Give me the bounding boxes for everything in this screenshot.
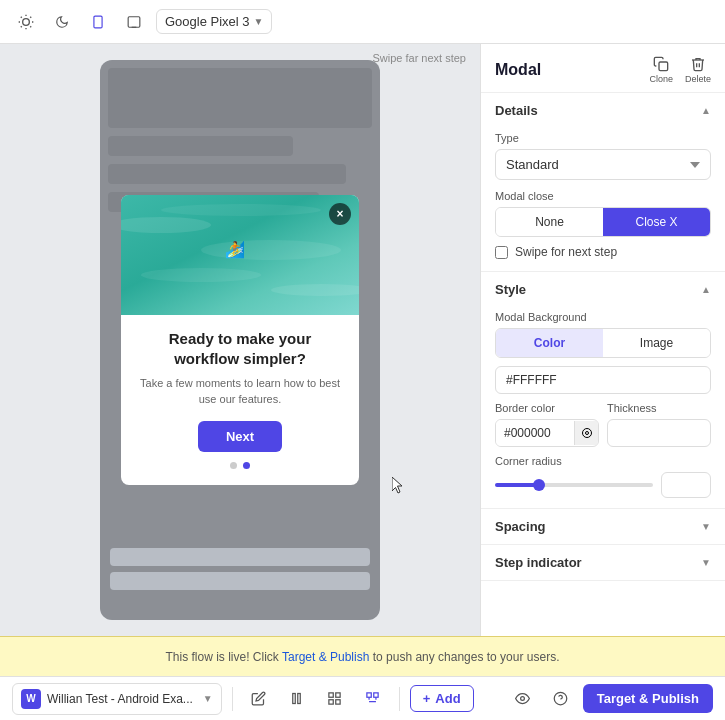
border-color-label: Border color [495, 402, 599, 414]
spacing-section[interactable]: Spacing ▼ [481, 509, 725, 545]
svg-line-8 [30, 16, 31, 17]
border-thickness-row: Border color Thickness 0 [495, 402, 711, 447]
clone-label: Clone [649, 74, 673, 84]
surfer-figure: 🏄 [225, 240, 245, 259]
separator-2 [399, 687, 400, 711]
details-chevron-icon: ▲ [701, 105, 711, 116]
delete-action[interactable]: Delete [685, 56, 711, 84]
corner-radius-row: Corner radius 8 [495, 455, 711, 498]
modal-next-button[interactable]: Next [198, 421, 282, 452]
svg-rect-26 [329, 700, 333, 704]
main-area: Swipe far next step [0, 44, 725, 636]
details-section-body: Type Standard Fullscreen Sidebar Modal c… [481, 128, 725, 271]
color-picker-icon[interactable] [574, 421, 598, 445]
dot-1 [230, 462, 237, 469]
border-color-col: Border color [495, 402, 599, 447]
preview-icon-btn[interactable] [507, 683, 539, 715]
device-selector[interactable]: Google Pixel 3 ▼ [156, 9, 272, 34]
bottom-notification-bar: This flow is live! Click Target & Publis… [0, 636, 725, 676]
svg-rect-22 [293, 694, 296, 704]
svg-rect-25 [336, 693, 340, 697]
bg-label: Modal Background [495, 311, 711, 323]
bg-block-6 [110, 572, 370, 590]
workspace-chevron-icon: ▼ [203, 693, 213, 704]
flow-icon-btn[interactable] [357, 683, 389, 715]
svg-line-7 [21, 26, 22, 27]
modal-description: Take a few moments to learn how to best … [137, 376, 343, 407]
slider-thumb [533, 479, 545, 491]
panel-header: Modal Clone Delete [481, 44, 725, 93]
swipe-checkbox[interactable] [495, 246, 508, 259]
svg-rect-24 [329, 693, 333, 697]
thickness-label: Thickness [607, 402, 711, 414]
style-section-header[interactable]: Style ▲ [481, 272, 725, 307]
delete-icon [690, 56, 706, 72]
sun-icon-btn[interactable] [12, 8, 40, 36]
details-section-header[interactable]: Details ▲ [481, 93, 725, 128]
svg-rect-19 [659, 62, 668, 71]
corner-radius-input[interactable]: 8 [661, 472, 711, 498]
radius-slider-row: 8 [495, 472, 711, 498]
device-chevron-icon: ▼ [254, 16, 264, 27]
moon-icon-btn[interactable] [48, 8, 76, 36]
add-button[interactable]: + Add [410, 685, 474, 712]
delete-label: Delete [685, 74, 711, 84]
svg-line-3 [21, 16, 22, 17]
close-x-btn[interactable]: Close X [603, 208, 710, 236]
svg-point-20 [585, 432, 588, 435]
close-none-btn[interactable]: None [496, 208, 603, 236]
add-icon: + [423, 691, 431, 706]
type-select[interactable]: Standard Fullscreen Sidebar [495, 149, 711, 180]
style-section-body: Modal Background Color Image #FFFFFF Bor… [481, 307, 725, 508]
bg-color-value: #FFFFFF [506, 373, 557, 387]
bg-image-btn[interactable]: Image [603, 329, 710, 357]
details-section: Details ▲ Type Standard Fullscreen Sideb… [481, 93, 725, 272]
publish-button[interactable]: Target & Publish [583, 684, 713, 713]
spacing-label: Spacing [495, 519, 546, 534]
below-modal-area [110, 548, 370, 590]
dot-2 [243, 462, 250, 469]
step-indicator-section[interactable]: Step indicator ▼ [481, 545, 725, 581]
separator-1 [232, 687, 233, 711]
help-icon-btn[interactable] [545, 683, 577, 715]
bg-color-input-row[interactable]: #FFFFFF [495, 366, 711, 394]
bg-btn-group: Color Image [495, 328, 711, 358]
border-color-field[interactable] [496, 420, 574, 446]
svg-point-21 [582, 429, 591, 438]
bg-color-btn[interactable]: Color [496, 329, 603, 357]
svg-point-16 [141, 268, 261, 282]
svg-rect-11 [128, 16, 140, 27]
radius-slider[interactable] [495, 483, 653, 487]
device-name: Google Pixel 3 [165, 14, 250, 29]
modal-close-label: Modal close [495, 190, 711, 202]
modal-close-button[interactable]: × [329, 203, 351, 225]
type-label: Type [495, 132, 711, 144]
step-indicator-label: Step indicator [495, 555, 582, 570]
corner-radius-label: Corner radius [495, 455, 711, 467]
border-color-input [495, 419, 599, 447]
style-section: Style ▲ Modal Background Color Image #FF… [481, 272, 725, 509]
grid-icon-btn[interactable] [319, 683, 351, 715]
workspace-selector[interactable]: W Willian Test - Android Exa... ▼ [12, 683, 222, 715]
pause-icon-btn[interactable] [281, 683, 313, 715]
tablet-icon-btn[interactable] [120, 8, 148, 36]
right-panel: Modal Clone Delete Details [480, 44, 725, 636]
svg-line-4 [30, 26, 31, 27]
swipe-checkbox-label: Swipe for next step [515, 245, 617, 259]
svg-point-0 [23, 18, 30, 25]
style-label: Style [495, 282, 526, 297]
modal-overlay: 🏄 × Ready to make your workflow simpler?… [100, 60, 380, 620]
phone-mockup: 🏄 × Ready to make your workflow simpler?… [100, 60, 380, 620]
clone-action[interactable]: Clone [649, 56, 673, 84]
panel-title: Modal [495, 61, 541, 79]
edit-icon-btn[interactable] [243, 683, 275, 715]
thickness-col: Thickness 0 [607, 402, 711, 447]
workspace-avatar: W [21, 689, 41, 709]
canvas-area: Swipe far next step [0, 44, 480, 636]
mobile-icon-btn[interactable] [84, 8, 112, 36]
spacing-chevron-icon: ▼ [701, 521, 711, 532]
step-indicator-chevron-icon: ▼ [701, 557, 711, 568]
thickness-input[interactable]: 0 [607, 419, 711, 447]
style-chevron-icon: ▲ [701, 284, 711, 295]
target-publish-link[interactable]: Target & Publish [282, 650, 369, 664]
